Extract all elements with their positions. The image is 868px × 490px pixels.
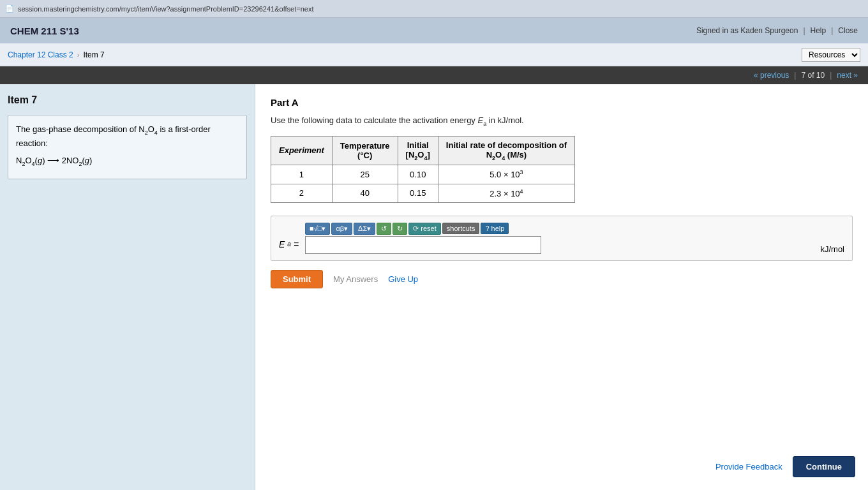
col-rate: Initial rate of decomposition ofN2O4 (M/…	[438, 136, 574, 165]
math-btn-reset[interactable]: ⟳ reset	[408, 223, 441, 235]
col-experiment: Experiment	[271, 136, 333, 165]
submit-button[interactable]: Submit	[271, 270, 323, 288]
browser-bar: 📄 session.masteringchemistry.com/myct/it…	[0, 0, 868, 18]
main-layout: Item 7 The gas-phase decomposition of N2…	[0, 84, 868, 490]
cell-exp-2: 2	[271, 184, 333, 202]
part-instruction: Use the following data to calculate the …	[271, 115, 853, 127]
resources-select[interactable]: Resources	[802, 48, 860, 62]
next-link[interactable]: next »	[837, 71, 858, 80]
nav-bar: « previous | 7 of 10 | next »	[0, 66, 868, 84]
browser-url: session.masteringchemistry.com/myct/item…	[18, 5, 863, 13]
table-row: 1 25 0.10 5.0 × 103	[271, 165, 575, 184]
table-row: 2 40 0.15 2.3 × 104	[271, 184, 575, 202]
breadcrumb: Chapter 12 Class 2 › Item 7	[8, 50, 105, 59]
sidebar: Item 7 The gas-phase decomposition of N2…	[0, 84, 255, 490]
col-initial: Initial[N2O4]	[398, 136, 438, 165]
math-input-container: ■√□▾ αβ▾ ΔΣ▾ ↺ ↻ ⟳ reset shortcuts ? hel…	[305, 223, 814, 254]
help-link[interactable]: Help	[811, 26, 827, 35]
app-title: CHEM 211 S'13	[10, 26, 79, 36]
math-btn-undo[interactable]: ↺	[377, 223, 391, 235]
nav-position: 7 of 10	[801, 71, 825, 80]
math-btn-greek[interactable]: αβ▾	[331, 223, 352, 235]
page-icon: 📄	[5, 4, 14, 13]
answer-row: Ea = ■√□▾ αβ▾ ΔΣ▾ ↺ ↻ ⟳ reset shortcuts …	[271, 216, 853, 261]
divider-2: |	[831, 26, 833, 35]
cell-temp-2: 40	[332, 184, 398, 202]
divider-1: |	[803, 26, 805, 35]
close-link[interactable]: Close	[838, 26, 858, 35]
cell-initial-2: 0.15	[398, 184, 438, 202]
problem-box: The gas-phase decomposition of N2O4 is a…	[8, 115, 247, 179]
cell-exp-1: 1	[271, 165, 333, 184]
content-area: Part A Use the following data to calcula…	[255, 84, 868, 490]
problem-description: The gas-phase decomposition of N2O4 is a…	[16, 123, 239, 151]
nav-sep: |	[794, 71, 796, 80]
nav-links: « previous | 7 of 10 | next »	[754, 71, 858, 80]
header-right: Signed in as Kaden Spurgeon | Help | Clo…	[696, 26, 858, 35]
math-btn-shortcuts[interactable]: shortcuts	[442, 223, 480, 234]
breadcrumb-chapter[interactable]: Chapter 12 Class 2	[8, 50, 73, 59]
continue-button[interactable]: Continue	[793, 456, 855, 477]
app-header: CHEM 211 S'13 Signed in as Kaden Spurgeo…	[0, 18, 868, 43]
reaction-equation: N2O4(g) ⟶ 2NO2(g)	[16, 154, 239, 168]
breadcrumb-chevron: ›	[77, 51, 80, 59]
cell-rate-1: 5.0 × 103	[438, 165, 574, 184]
cell-temp-1: 25	[332, 165, 398, 184]
math-btn-templates[interactable]: ■√□▾	[305, 223, 330, 235]
breadcrumb-bar: Chapter 12 Class 2 › Item 7 Resources	[0, 43, 868, 66]
previous-link[interactable]: « previous	[754, 71, 789, 80]
col-temperature: Temperature(°C)	[332, 136, 398, 165]
cell-initial-1: 0.10	[398, 165, 438, 184]
part-heading: Part A	[271, 97, 853, 108]
unit-label: kJ/mol	[820, 223, 844, 254]
math-toolbar: ■√□▾ αβ▾ ΔΣ▾ ↺ ↻ ⟳ reset shortcuts ? hel…	[305, 223, 814, 235]
breadcrumb-item: Item 7	[83, 50, 104, 59]
ea-label: Ea =	[279, 223, 299, 249]
item-heading: Item 7	[8, 94, 247, 106]
footer-row: Provide Feedback Continue	[715, 456, 855, 477]
provide-feedback-link[interactable]: Provide Feedback	[715, 462, 782, 471]
give-up-link[interactable]: Give Up	[388, 274, 418, 284]
cell-rate-2: 2.3 × 104	[438, 184, 574, 202]
signed-in-label: Signed in as Kaden Spurgeon	[696, 26, 798, 35]
math-btn-symbols[interactable]: ΔΣ▾	[354, 223, 375, 235]
nav-sep2: |	[830, 71, 832, 80]
data-table: Experiment Temperature(°C) Initial[N2O4]…	[271, 136, 575, 203]
math-btn-help[interactable]: ? help	[481, 223, 509, 234]
my-answers-link[interactable]: My Answers	[333, 274, 378, 284]
action-row: Submit My Answers Give Up	[271, 270, 853, 288]
math-btn-redo[interactable]: ↻	[393, 223, 407, 235]
math-input-field[interactable]	[305, 236, 541, 254]
